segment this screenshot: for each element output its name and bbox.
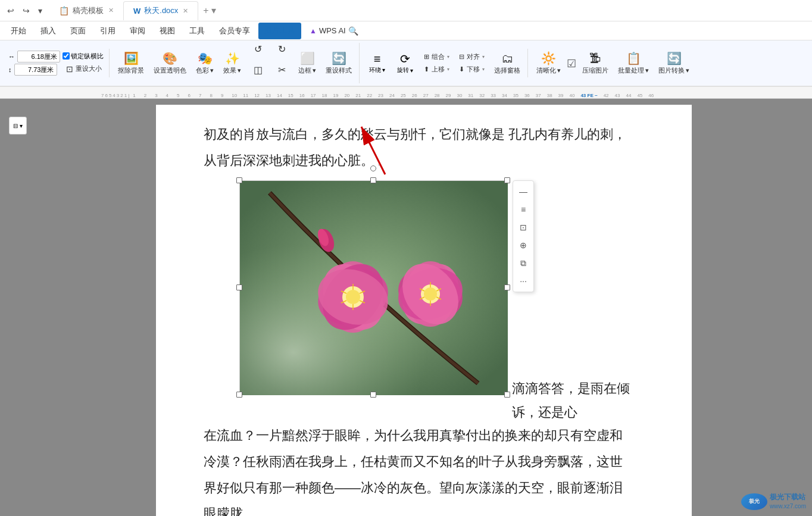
reset-size-btn[interactable]: ⊡ 重设大小	[63, 63, 105, 75]
height-row: ↕	[8, 64, 60, 76]
menu-insert[interactable]: 插入	[35, 23, 62, 39]
border-btn[interactable]: ⬜ 边框▾	[295, 50, 320, 76]
group-btn[interactable]: ⊞ 组合 ▾	[420, 51, 453, 62]
flower-image[interactable]	[239, 180, 507, 395]
remove-bg-btn[interactable]: 🖼️ 抠除背景	[114, 50, 148, 76]
width-input[interactable]	[17, 51, 60, 62]
rotate-left-btn[interactable]: ↺	[247, 43, 268, 56]
float-btn-minus[interactable]: —	[515, 183, 532, 200]
image-container[interactable]: — ≡ ⊡ ⊕ ⧉ ···	[239, 180, 507, 395]
reset-style-label: 重设样式	[326, 67, 352, 74]
color-btn[interactable]: 🎭 色彩▾	[192, 50, 217, 76]
rotate-right-btn[interactable]: ↻	[271, 43, 292, 56]
tab-template-label: 稿壳模板	[73, 5, 104, 16]
title-bar: ↩ ↪ ▾ 📋 稿壳模板 ✕ W 秋天.docx ✕ + ▾	[0, 0, 812, 21]
remove-bg-icon: 🖼️	[124, 51, 139, 65]
sharpen-icon: 🔆	[541, 51, 556, 65]
color-icon: 🎭	[198, 51, 213, 65]
rotate-icon: ⟳	[400, 52, 410, 66]
menu-picture-tools[interactable]: 图片工具	[258, 23, 301, 39]
batch-btn[interactable]: 📋 批量处理 ▾	[614, 50, 652, 76]
redo-btn[interactable]: ↪	[20, 5, 32, 17]
group-icon: ⊞	[424, 53, 429, 61]
tab-template-icon: 📋	[59, 6, 69, 15]
effect-icon: ✨	[225, 51, 240, 65]
flower-svg	[240, 181, 508, 395]
effect-btn[interactable]: ✨ 效果▾	[220, 50, 245, 76]
lock-label: 锁定纵横比	[71, 52, 104, 61]
handle-bc[interactable]	[370, 392, 376, 398]
menu-vip[interactable]: 会员专享	[213, 23, 256, 39]
float-btn-more[interactable]: ···	[515, 273, 532, 289]
left-panel: ⊟ ▾	[0, 99, 36, 516]
menu-wps-ai[interactable]: ▲ WPS AI 🔍	[304, 24, 364, 38]
height-icon: ↕	[8, 66, 12, 73]
menu-view[interactable]: 视图	[154, 23, 181, 39]
menu-start[interactable]: 开始	[5, 23, 32, 39]
doc-page: 初及的肖放与流白，多久的愁云与别忏，它们就像是 孔孔内有养儿的刺， 从背后深深地…	[36, 99, 812, 516]
float-btn-zoom[interactable]: ⊕	[515, 237, 532, 254]
align-btn[interactable]: ⊟ 对齐 ▾	[455, 51, 488, 62]
handle-ml[interactable]	[236, 284, 242, 290]
wrap-icon: ≡	[374, 52, 381, 66]
handle-bl[interactable]	[236, 392, 242, 398]
svg-point-12	[346, 290, 360, 304]
toolbar: ↔ ↕ 锁定纵横比 ⊡ 重设大小 🖼️ 抠除背景 🎨	[0, 40, 812, 87]
shadow-btn[interactable]: ◫	[247, 57, 268, 83]
tab-docx-close[interactable]: ✕	[183, 7, 188, 15]
compress-icon: 🗜	[589, 51, 601, 65]
toolbar-bg-group: 🖼️ 抠除背景 🎨 设置透明色 🎭 色彩▾ ✨ 效果▾ ↺ ↻ ◫	[111, 43, 360, 83]
search-icon[interactable]: 🔍	[348, 26, 358, 36]
move-down-arrow: ▾	[482, 67, 485, 72]
width-icon: ↔	[8, 53, 15, 60]
float-btn-wrap[interactable]: ≡	[515, 201, 532, 218]
transparent-icon: 🎨	[163, 51, 177, 65]
float-btn-crop[interactable]: ⊡	[515, 219, 532, 236]
text-line-1: 初及的肖放与流白，多久的愁云与别忏，它们就像是 孔孔内有养儿的刺，	[204, 123, 644, 146]
layout-tool-btn[interactable]: ⊟ ▾	[9, 117, 27, 135]
handle-tl[interactable]	[236, 177, 242, 183]
move-down-btn[interactable]: ⬇ 下移 ▾	[455, 64, 488, 75]
undo-btn[interactable]: ↩	[5, 5, 17, 17]
watermark: 极光 极光下载站 www.xz7.com	[741, 493, 806, 510]
convert-btn[interactable]: 🔄 图片转换 ▾	[655, 50, 693, 76]
watermark-logo: 极光	[741, 493, 767, 510]
menu-review[interactable]: 审阅	[124, 23, 151, 39]
handle-tc[interactable]	[370, 177, 376, 183]
svg-point-25	[424, 287, 437, 301]
group-align: ⊞ 组合 ▾ ⬆ 上移 ▾	[420, 51, 453, 75]
menu-reference[interactable]: 引用	[94, 23, 121, 39]
tab-template-close[interactable]: ✕	[108, 7, 114, 14]
ruler-marks: 7 6 5 4 3 2 1 | 1 2 3 4 5 6 7 8 9 10 11 …	[101, 93, 660, 98]
wrap-btn[interactable]: ≡ 环绕 ▾	[364, 50, 390, 76]
tab-template[interactable]: 📋 稿壳模板 ✕	[49, 1, 123, 20]
page-content: 初及的肖放与流白，多久的愁云与别忏，它们就像是 孔孔内有养儿的刺， 从背后深深地…	[156, 105, 692, 516]
tab-docx[interactable]: W 秋天.docx ✕	[123, 1, 198, 20]
lock-checkbox[interactable]	[63, 52, 70, 60]
reset-style-btn[interactable]: 🔄 重设样式	[322, 50, 355, 76]
width-row: ↔	[8, 51, 60, 62]
float-btn-copy[interactable]: ⧉	[515, 255, 532, 271]
move-up-icon: ⬆	[424, 65, 429, 73]
handle-tr[interactable]	[504, 177, 510, 183]
lock-ratio-check[interactable]: 锁定纵横比	[63, 52, 105, 61]
compress-btn[interactable]: 🗜 压缩图片	[579, 50, 612, 76]
quick-menu-btn[interactable]: ▾	[36, 5, 45, 17]
horizontal-ruler: 7 6 5 4 3 2 1 | 1 2 3 4 5 6 7 8 9 10 11 …	[0, 87, 812, 99]
menu-tools[interactable]: 工具	[183, 23, 211, 39]
crop-btn[interactable]: ✂	[271, 57, 292, 83]
align-arrow: ▾	[482, 54, 485, 60]
move-up-btn[interactable]: ⬆ 上移 ▾	[420, 64, 453, 75]
tab-add-btn[interactable]: + ▾	[198, 2, 221, 18]
select-pane-btn[interactable]: 🗂 选择窗格	[491, 50, 524, 76]
tab-docx-icon: W	[133, 7, 140, 15]
float-toolbar: — ≡ ⊡ ⊕ ⧉ ···	[513, 180, 534, 292]
handle-mr[interactable]	[504, 284, 510, 290]
menu-page[interactable]: 页面	[64, 23, 92, 39]
handle-br[interactable]	[504, 392, 510, 398]
rotate-btn[interactable]: ⟳ 旋转 ▾	[392, 50, 418, 76]
set-transparent-btn[interactable]: 🎨 设置透明色	[150, 50, 190, 76]
convert-icon: 🔄	[667, 51, 682, 65]
height-input[interactable]	[14, 64, 57, 76]
sharpen-btn[interactable]: 🔆 清晰化 ▾	[533, 50, 564, 76]
